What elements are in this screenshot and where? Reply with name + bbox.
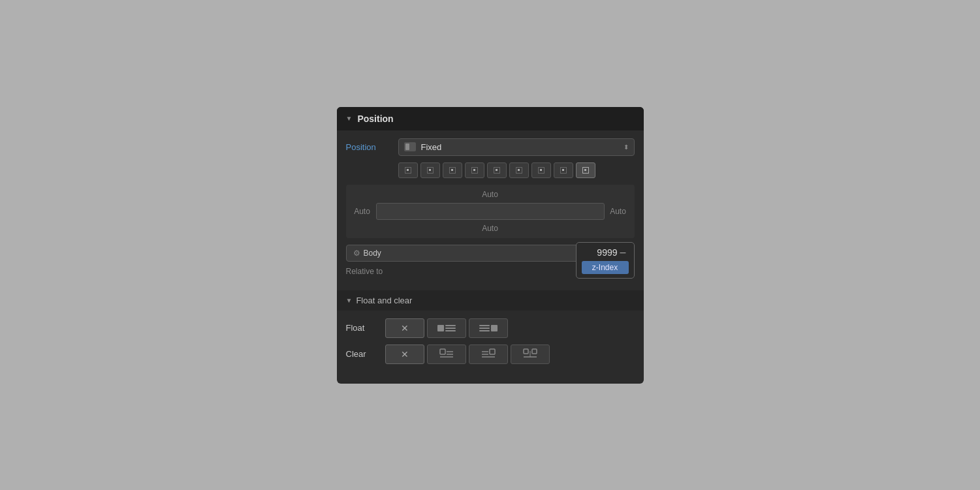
float-label: Float <box>346 323 379 333</box>
float-right-icon <box>479 325 498 331</box>
float-right-button[interactable] <box>469 318 508 338</box>
zindex-badge[interactable]: z-Index <box>582 261 629 274</box>
clear-row: Clear ✕ <box>346 345 635 364</box>
anchor-grid <box>346 162 635 178</box>
clear-none-button[interactable]: ✕ <box>385 345 424 364</box>
svg-rect-8 <box>524 349 528 354</box>
position-panel: ▼ Position Position Fixed ⬍ <box>337 107 644 384</box>
clear-left-icon <box>439 348 454 360</box>
float-row: Float ✕ <box>346 318 635 338</box>
anchor-bot-right[interactable] <box>576 162 595 178</box>
svg-rect-9 <box>532 349 537 354</box>
clear-right-icon <box>481 348 496 360</box>
float-clear-chevron-icon: ▼ <box>346 297 353 304</box>
panel-title: Position <box>357 114 393 124</box>
float-clear-header-label: Float and clear <box>356 296 412 305</box>
anchor-mid-center[interactable] <box>487 162 507 178</box>
float-clear-body: Float ✕ <box>337 311 644 378</box>
clear-both-icon <box>523 348 537 360</box>
relative-to-label: Relative to <box>346 267 383 276</box>
float-left-button[interactable] <box>427 318 466 338</box>
trbl-bottom-value: Auto <box>353 224 628 233</box>
body-zindex-row: ⚙ Body – z-Index <box>346 245 635 262</box>
body-zindex-container: ⚙ Body – z-Index Relative to <box>346 245 635 276</box>
body-label: Body <box>364 249 381 258</box>
anchor-mid-left[interactable] <box>465 162 484 178</box>
position-select[interactable]: Fixed ⬍ <box>398 138 635 156</box>
anchor-top-center[interactable] <box>420 162 440 178</box>
anchor-mid-right[interactable] <box>509 162 529 178</box>
float-none-button[interactable]: ✕ <box>385 318 424 338</box>
trbl-center-input[interactable] <box>376 203 605 220</box>
trbl-middle-row: Auto Auto <box>353 203 628 220</box>
float-left-icon <box>437 325 456 331</box>
zindex-popup: – z-Index <box>576 242 635 279</box>
position-row: Position Fixed ⬍ <box>346 138 635 156</box>
anchor-top-left[interactable] <box>398 162 418 178</box>
trbl-left-label: Auto <box>353 207 372 216</box>
anchor-bot-center[interactable] <box>554 162 573 178</box>
zindex-value-row: – <box>582 247 629 258</box>
position-select-inner: Fixed <box>404 142 442 152</box>
svg-rect-4 <box>490 349 495 354</box>
select-arrow-icon: ⬍ <box>624 144 629 151</box>
position-value: Fixed <box>421 142 442 152</box>
clear-buttons: ✕ <box>385 345 550 364</box>
anchor-bot-left[interactable] <box>531 162 551 178</box>
zindex-minus-button[interactable]: – <box>620 247 626 258</box>
float-buttons: ✕ <box>385 318 508 338</box>
position-label: Position <box>346 142 392 152</box>
anchor-top-right[interactable] <box>443 162 462 178</box>
panel-header: ▼ Position <box>337 107 644 130</box>
clear-both-button[interactable] <box>511 345 550 364</box>
position-type-icon <box>404 142 416 151</box>
clear-label: Clear <box>346 349 379 359</box>
trbl-right-label: Auto <box>609 207 628 216</box>
clear-left-button[interactable] <box>427 345 466 364</box>
trbl-top-value: Auto <box>353 190 628 199</box>
clear-right-button[interactable] <box>469 345 508 364</box>
float-clear-section: ▼ Float and clear Float ✕ <box>337 290 644 378</box>
float-none-icon: ✕ <box>401 323 409 333</box>
panel-body: Position Fixed ⬍ <box>337 130 644 289</box>
clear-none-icon: ✕ <box>401 349 409 360</box>
panel-collapse-icon[interactable]: ▼ <box>346 115 353 122</box>
svg-rect-0 <box>440 349 445 354</box>
float-clear-header[interactable]: ▼ Float and clear <box>337 290 644 311</box>
gear-icon: ⚙ <box>353 249 360 258</box>
trbl-area: Auto Auto Auto Auto <box>346 185 635 238</box>
zindex-input[interactable] <box>582 247 618 258</box>
